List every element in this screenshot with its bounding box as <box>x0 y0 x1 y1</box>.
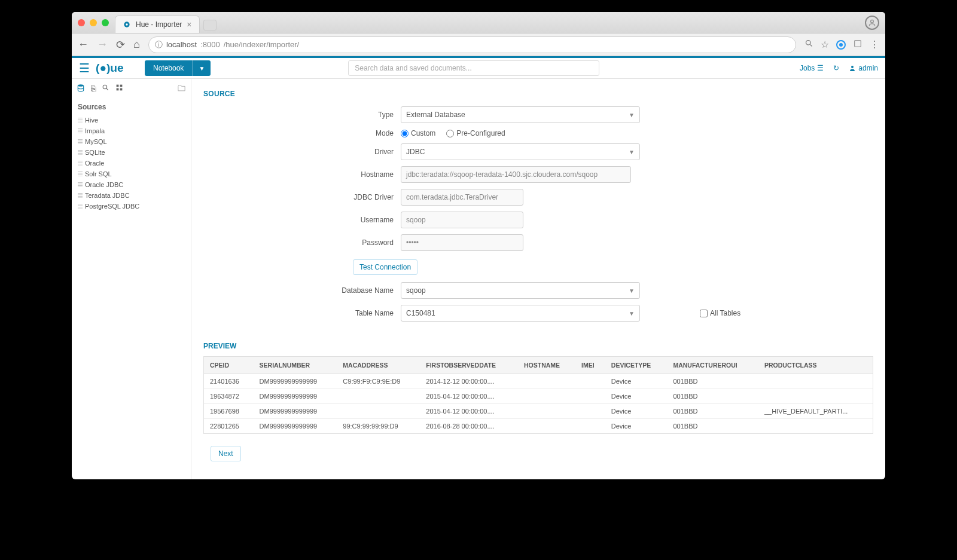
col-cpeid: CPEID <box>204 357 254 374</box>
col-mac: MACADDRESS <box>337 357 420 374</box>
bookmark-icon[interactable]: ☆ <box>821 39 829 50</box>
username-input[interactable]: sqoop <box>401 212 523 228</box>
col-devicetype: DEVICETYPE <box>605 357 668 374</box>
table-name-label: Table Name <box>191 309 401 317</box>
svg-point-2 <box>871 20 874 23</box>
jobs-link[interactable]: Jobs ☰ <box>800 64 824 72</box>
sidebar-toolbar: ⎘ <box>72 81 191 99</box>
table-row: 21401636DM9999999999999C9:99:F9:C9:9E:D9… <box>204 374 873 389</box>
notebook-caret-icon[interactable]: ▼ <box>193 62 211 75</box>
svg-point-1 <box>126 23 128 26</box>
hue-logo[interactable]: (●)ue <box>96 61 139 75</box>
url-path: /hue/indexer/importer/ <box>224 40 299 49</box>
svg-point-8 <box>78 84 83 87</box>
back-button[interactable]: ← <box>78 38 89 51</box>
extension-icon-2[interactable] <box>853 39 862 51</box>
sidebar-item-oracle[interactable]: Oracle <box>72 158 191 169</box>
main: ⎘ Sources Hive Impala MySQL SQLite Oracl… <box>72 79 885 479</box>
grid-icon[interactable] <box>115 84 123 94</box>
table-name-select[interactable]: C150481 ▼ <box>401 305 640 322</box>
mode-label: Mode <box>191 129 401 137</box>
profile-icon[interactable] <box>865 16 879 30</box>
sidebar-item-solr[interactable]: Solr SQL <box>72 169 191 179</box>
urlbar: ← → ⟳ ⌂ ⓘ localhost:8000/hue/indexer/imp… <box>72 33 885 56</box>
search-container <box>348 60 599 76</box>
zoom-icon[interactable] <box>804 39 813 50</box>
mode-preconfigured-radio[interactable]: Pre-Configured <box>446 129 505 137</box>
svg-line-4 <box>810 44 812 46</box>
source-section-title: SOURCE <box>191 86 885 106</box>
svg-point-7 <box>851 66 854 68</box>
sidebar-item-impala[interactable]: Impala <box>72 126 191 136</box>
site-info-icon[interactable]: ⓘ <box>155 39 163 50</box>
forward-button[interactable]: → <box>97 38 108 51</box>
user-menu[interactable]: admin <box>849 64 878 72</box>
copy-icon[interactable]: ⎘ <box>91 84 96 94</box>
password-input[interactable]: ••••• <box>401 234 523 251</box>
svg-rect-11 <box>117 85 119 87</box>
next-button[interactable]: Next <box>211 446 241 461</box>
content: SOURCE Type External Database ▼ Mode Cus… <box>191 79 885 479</box>
type-label: Type <box>191 111 401 119</box>
hamburger-icon[interactable]: ☰ <box>79 61 90 75</box>
sidebar-item-teradata-jdbc[interactable]: Teradata JDBC <box>72 190 191 201</box>
sidebar-item-oracle-jdbc[interactable]: Oracle JDBC <box>72 179 191 190</box>
mode-custom-radio[interactable]: Custom <box>401 129 435 137</box>
password-label: Password <box>191 238 401 247</box>
close-window-button[interactable] <box>78 19 85 26</box>
sidebar-item-postgresql-jdbc[interactable]: PostgreSQL JDBC <box>72 201 191 212</box>
chevron-down-icon: ▼ <box>629 149 635 155</box>
notebook-button[interactable]: Notebook ▼ <box>145 60 211 76</box>
huebar-right: Jobs ☰ ↻ admin <box>800 64 878 72</box>
database-icon[interactable] <box>77 84 85 94</box>
preview-section-title: PREVIEW <box>191 328 885 356</box>
jobs-filter-icon: ☰ <box>817 64 824 72</box>
svg-rect-12 <box>120 85 123 87</box>
search-icon[interactable] <box>102 84 109 94</box>
minimize-window-button[interactable] <box>90 19 97 26</box>
table-row: 19567698DM99999999999992015-04-12 00:00:… <box>204 404 873 419</box>
jdbc-driver-label: JDBC Driver <box>191 193 401 201</box>
table-row: 19634872DM99999999999992015-04-12 00:00:… <box>204 389 873 404</box>
history-icon[interactable]: ↻ <box>833 64 839 72</box>
search-input[interactable] <box>348 60 599 76</box>
hue-topbar: ☰ (●)ue Notebook ▼ Jobs ☰ ↻ admin <box>72 56 885 79</box>
all-tables-checkbox[interactable]: All Tables <box>700 309 740 317</box>
home-button[interactable]: ⌂ <box>133 38 140 51</box>
username-label: Username <box>191 216 401 224</box>
notebook-label: Notebook <box>145 60 193 76</box>
col-product: PRODUCTCLASS <box>758 357 873 374</box>
jdbc-driver-input[interactable]: com.teradata.jdbc.TeraDriver <box>401 189 523 206</box>
reload-button[interactable]: ⟳ <box>116 38 125 51</box>
chevron-down-icon: ▼ <box>629 112 635 118</box>
driver-select[interactable]: JDBC ▼ <box>401 143 640 160</box>
table-row: 22801265DM999999999999999:C9:99:99:99:D9… <box>204 419 873 434</box>
sidebar-item-hive[interactable]: Hive <box>72 115 191 126</box>
svg-rect-13 <box>117 88 119 91</box>
database-name-label: Database Name <box>191 286 401 295</box>
url-port: :8000 <box>200 40 220 49</box>
menu-icon[interactable]: ⋮ <box>870 39 879 50</box>
hostname-input[interactable]: jdbc:teradata://sqoop-teradata-1400.sjc.… <box>401 166 631 183</box>
browser-tab[interactable]: Hue - Importer × <box>115 16 200 33</box>
sidebar: ⎘ Sources Hive Impala MySQL SQLite Oracl… <box>72 79 191 479</box>
url-host: localhost <box>166 40 197 49</box>
maximize-window-button[interactable] <box>102 19 109 26</box>
new-tab-button[interactable] <box>203 20 217 30</box>
preview-header-row: CPEID SERIALNUMBER MACADDRESS FIRSTOBSER… <box>204 357 873 374</box>
col-host: HOSTNAME <box>518 357 575 374</box>
sidebar-item-mysql[interactable]: MySQL <box>72 136 191 147</box>
sidebar-item-sqlite[interactable]: SQLite <box>72 147 191 158</box>
url-field[interactable]: ⓘ localhost:8000/hue/indexer/importer/ <box>148 36 796 53</box>
test-connection-button[interactable]: Test Connection <box>353 259 417 275</box>
user-icon <box>849 65 856 72</box>
type-select[interactable]: External Database ▼ <box>401 106 640 123</box>
svg-line-10 <box>106 88 108 90</box>
hue-favicon-icon <box>123 20 131 29</box>
titlebar: Hue - Importer × <box>72 12 885 33</box>
extension-icon[interactable] <box>836 40 846 50</box>
database-name-select[interactable]: sqoop ▼ <box>401 282 640 299</box>
close-tab-icon[interactable]: × <box>187 20 191 29</box>
svg-point-9 <box>103 85 107 89</box>
folder-icon[interactable] <box>177 84 186 94</box>
